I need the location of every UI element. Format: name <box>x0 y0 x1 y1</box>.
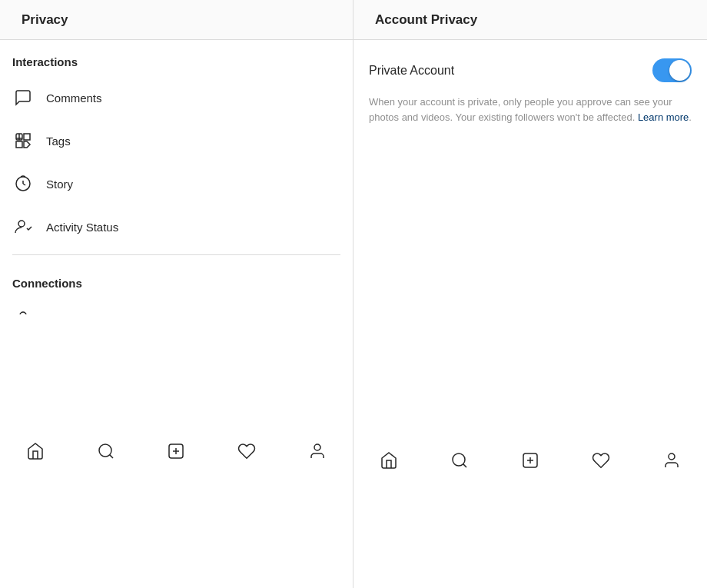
left-content: Interactions Comments <box>0 40 353 314</box>
section-divider <box>12 254 340 255</box>
right-nav-heart[interactable] <box>586 445 616 476</box>
menu-item-comments[interactable]: Comments <box>0 76 353 119</box>
svg-point-32 <box>669 453 675 460</box>
left-bottom-nav <box>0 314 353 589</box>
private-account-label: Private Account <box>369 64 454 78</box>
svg-point-26 <box>314 444 320 450</box>
left-nav-profile[interactable] <box>302 436 333 467</box>
left-panel-title: Privacy <box>22 12 68 28</box>
private-account-row: Private Account <box>369 58 692 82</box>
right-nav-add[interactable] <box>515 445 546 476</box>
svg-point-27 <box>453 453 465 466</box>
svg-line-28 <box>463 463 466 467</box>
svg-line-5 <box>23 184 25 185</box>
story-icon <box>12 173 34 194</box>
left-nav-add[interactable] <box>161 436 191 467</box>
comment-icon <box>12 87 34 108</box>
activity-status-label: Activity Status <box>46 221 340 234</box>
story-label: Story <box>46 178 340 191</box>
interactions-section-header: Interactions <box>0 40 353 76</box>
svg-point-21 <box>99 444 111 457</box>
menu-item-story[interactable]: Story <box>0 162 353 205</box>
right-nav-home[interactable] <box>373 445 404 476</box>
menu-item-activity-status[interactable]: Activity Status <box>0 205 353 248</box>
left-nav-heart[interactable] <box>231 436 262 467</box>
right-nav-search[interactable] <box>444 445 475 476</box>
left-nav-home[interactable] <box>20 436 51 467</box>
svg-point-6 <box>18 221 25 227</box>
lock-icon <box>12 308 34 314</box>
svg-line-22 <box>109 454 112 457</box>
left-header: Privacy <box>0 0 353 40</box>
right-nav-profile[interactable] <box>656 445 687 476</box>
left-panel: Privacy Interactions Comments <box>0 0 354 588</box>
right-panel-title: Account Privacy <box>375 12 477 28</box>
comments-label: Comments <box>46 91 340 105</box>
left-nav-search[interactable] <box>91 436 121 467</box>
right-bottom-nav <box>354 333 707 589</box>
private-account-description: When your account is private, only peopl… <box>369 95 692 125</box>
activity-icon <box>12 216 34 238</box>
menu-item-account-privacy[interactable]: Account Privacy Private <box>0 297 353 314</box>
private-account-toggle[interactable] <box>652 58 692 82</box>
tag-icon <box>12 130 34 151</box>
right-content: Private Account When your account is pri… <box>354 40 707 333</box>
right-header: Account Privacy <box>354 0 707 40</box>
toggle-slider <box>652 58 692 82</box>
right-panel: Account Privacy Private Account When you… <box>354 0 707 588</box>
learn-more-link[interactable]: Learn more <box>638 111 689 123</box>
tags-label: Tags <box>46 135 340 148</box>
menu-item-tags[interactable]: Tags <box>0 119 353 162</box>
connections-section-header: Connections <box>0 261 353 297</box>
app-container: Privacy Interactions Comments <box>0 0 707 588</box>
